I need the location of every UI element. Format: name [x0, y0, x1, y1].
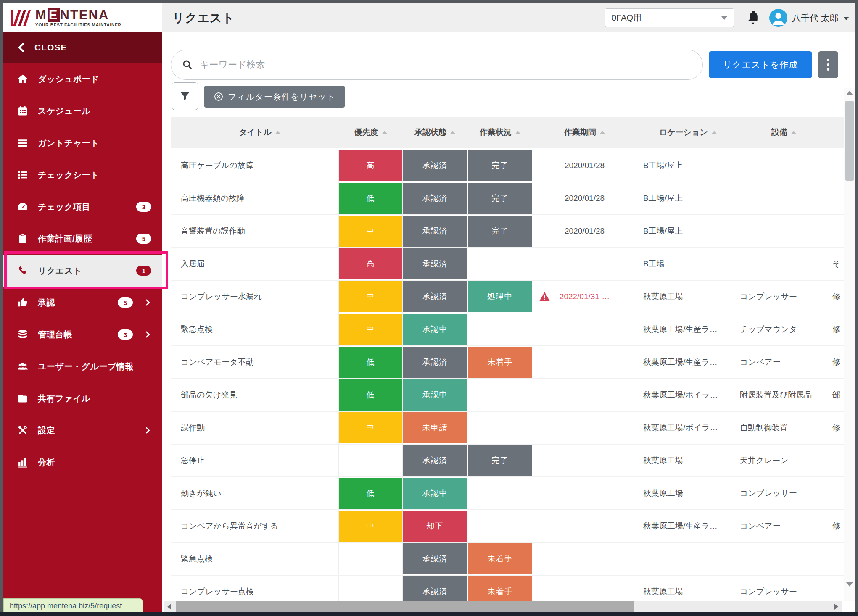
chevron-right-icon: [145, 299, 151, 306]
equipment-cell: [733, 215, 828, 247]
table-body: 高圧ケーブルの故障高承認済完了2020/01/28B工場/屋上高圧機器類の故障低…: [171, 150, 845, 601]
extra-cell: [828, 182, 845, 214]
sidebar-item-users[interactable]: ユーザー・グループ情報: [3, 350, 162, 382]
sidebar-item-checksheet[interactable]: チェックシート: [3, 159, 162, 191]
app-logo[interactable]: MENTENA YOUR BEST FACILITIES MAINTAINER: [3, 3, 162, 32]
status-chip: 中: [339, 216, 402, 247]
scroll-left-arrow-icon[interactable]: [167, 604, 171, 610]
title-cell: 部品の欠け発見: [171, 379, 339, 411]
equipment-cell: [733, 543, 828, 575]
scroll-down-arrow-icon[interactable]: [846, 582, 853, 587]
search-icon: [182, 59, 193, 70]
horizontal-scrollbar[interactable]: [164, 601, 842, 613]
location-cell: B工場/屋上: [636, 182, 733, 214]
scroll-up-arrow-icon[interactable]: [846, 91, 853, 95]
scroll-right-arrow-icon[interactable]: [834, 604, 838, 610]
filter-button[interactable]: [172, 82, 198, 110]
table-row[interactable]: 入居届高承認済B工場そ: [171, 248, 845, 281]
warning-icon: [539, 291, 550, 303]
notifications-bell-icon[interactable]: [745, 10, 760, 25]
search-input[interactable]: [200, 59, 692, 70]
topbar: リクエスト 0FAQ用 八千代 太郎: [162, 3, 855, 32]
chevron-right-icon: [145, 331, 151, 338]
table-cell: 承認済: [403, 346, 467, 378]
workspace-select[interactable]: 0FAQ用: [605, 8, 734, 27]
content-area: リクエストを作成 フィルター条件をリセット タイトル優先度承認状態作業状況作業期…: [162, 32, 855, 613]
status-bar-url: https://app.mentena.biz/5/request: [3, 598, 143, 613]
sidebar-item-chart[interactable]: 分析: [3, 446, 162, 478]
column-header-title[interactable]: タイトル: [171, 117, 339, 148]
table-cell: 未着手: [467, 576, 533, 601]
sidebar-item-tools[interactable]: 設定: [3, 414, 162, 446]
sidebar-item-folder[interactable]: 共有ファイル: [3, 382, 162, 414]
location-cell: 秋葉原工場: [636, 281, 733, 313]
table-row[interactable]: コンベアから異常音がする中却下秋葉原工場/生産ラ…コンベアー修: [171, 510, 845, 543]
count-badge: 3: [118, 329, 133, 340]
sidebar-item-label: ダッシュボード: [38, 74, 99, 85]
more-options-button[interactable]: [818, 51, 838, 78]
table-cell: 完了: [467, 150, 533, 182]
vertical-scrollbar[interactable]: [844, 88, 855, 601]
checksheet-icon: [17, 169, 29, 181]
table-cell: 完了: [467, 445, 533, 476]
table-cell: 低: [339, 182, 403, 214]
table-row[interactable]: コンベアモータ不動低承認済未着手秋葉原工場/生産ラ…コンベアー修: [171, 346, 845, 379]
user-menu-caret-icon[interactable]: [843, 17, 849, 20]
table-row[interactable]: 音響装置の誤作動中承認済完了2020/01/28B工場/屋上: [171, 215, 845, 248]
chevron-left-icon: [17, 42, 25, 53]
table-row[interactable]: 誤作動中未申請秋葉原工場/ボイラ…自動制御装置修: [171, 412, 845, 445]
status-chip: 低: [339, 347, 402, 378]
table-row[interactable]: 動きが鈍い低承認中秋葉原工場コンプレッサー: [171, 477, 845, 510]
status-chip: 承認済: [403, 445, 467, 476]
title-cell: 動きが鈍い: [171, 477, 339, 509]
table-cell: 承認中: [403, 477, 467, 509]
table-row[interactable]: 部品の欠け発見低承認中秋葉原工場/ボイラ…附属装置及び附属品部: [171, 379, 845, 412]
status-chip: 中: [339, 412, 402, 443]
table-cell: 高: [339, 150, 403, 182]
title-cell: 緊急点検: [171, 313, 339, 345]
sidebar-item-home[interactable]: ダッシュボード: [3, 63, 162, 95]
column-header-approval[interactable]: 承認状態: [403, 117, 467, 148]
column-header-status[interactable]: 作業状況: [467, 117, 533, 148]
user-name[interactable]: 八千代 太郎: [792, 12, 839, 24]
table-cell: 中: [339, 510, 403, 542]
equipment-cell: [733, 182, 828, 214]
vertical-scrollbar-thumb[interactable]: [845, 101, 854, 181]
table-row[interactable]: 高圧ケーブルの故障高承認済完了2020/01/28B工場/屋上: [171, 150, 845, 182]
reset-filters-button[interactable]: フィルター条件をリセット: [204, 86, 345, 108]
table-row[interactable]: コンプレッサー水漏れ中承認済処理中2022/01/31 …秋葉原工場コンプレッサ…: [171, 281, 845, 313]
sidebar-item-label: チェックシート: [38, 169, 99, 181]
table-cell: 未申請: [403, 412, 467, 444]
location-cell: 秋葉原工場: [636, 445, 733, 476]
avatar[interactable]: [769, 9, 787, 27]
column-header-location[interactable]: ロケーション: [636, 117, 733, 148]
column-header-period[interactable]: 作業期間: [533, 117, 636, 148]
period-cell: [533, 477, 636, 509]
period-overdue-text: 2022/01/31 …: [560, 292, 610, 301]
sidebar-item-phone[interactable]: リクエスト1: [3, 255, 162, 287]
column-header-priority[interactable]: 優先度: [339, 117, 403, 148]
column-header-equipment[interactable]: 設備: [733, 117, 828, 148]
table-row[interactable]: 高圧機器類の故障低承認済完了2020/01/28B工場/屋上: [171, 182, 845, 215]
sidebar-item-thumbs[interactable]: 承認5: [3, 287, 162, 319]
create-request-button[interactable]: リクエストを作成: [709, 51, 812, 78]
sidebar-item-db[interactable]: 管理台帳3: [3, 319, 162, 350]
location-cell: B工場: [636, 248, 733, 280]
table-cell: [467, 313, 533, 345]
count-badge: 5: [136, 234, 151, 244]
horizontal-scrollbar-thumb[interactable]: [176, 601, 634, 613]
table-row[interactable]: 急停止承認済完了秋葉原工場天井クレーン: [171, 445, 845, 477]
table-cell: 承認済: [403, 543, 467, 575]
sidebar-item-label: リクエスト: [38, 265, 82, 276]
sidebar-collapse-button[interactable]: CLOSE: [3, 32, 162, 63]
status-chip: 承認済: [403, 281, 467, 312]
equipment-cell: 天井クレーン: [733, 445, 828, 476]
table-row[interactable]: コンプレッサー点検承認済未着手秋葉原工場コンプレッサー: [171, 576, 845, 601]
sidebar-item-gantt[interactable]: ガントチャート: [3, 127, 162, 159]
sidebar-item-clipboard[interactable]: 作業計画/履歴5: [3, 223, 162, 255]
table-row[interactable]: 緊急点検承認済未着手: [171, 543, 845, 576]
table-row[interactable]: 緊急点検中承認中秋葉原工場/生産ラ…チップマウンター修: [171, 313, 845, 346]
sidebar-item-calendar[interactable]: スケジュール: [3, 95, 162, 127]
sidebar-item-gauge[interactable]: チェック項目3: [3, 191, 162, 223]
sidebar-item-label: 作業計画/履歴: [38, 233, 92, 245]
